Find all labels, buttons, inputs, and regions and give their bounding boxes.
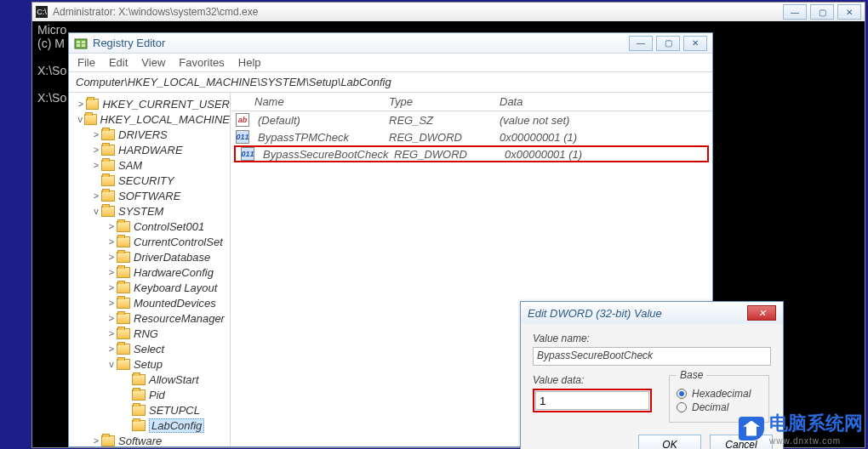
folder-icon — [117, 267, 130, 278]
tree-label: SOFTWARE — [118, 190, 180, 202]
value-type: REG_SZ — [384, 114, 494, 127]
tree-node[interactable]: Pid — [69, 387, 230, 402]
tree-node[interactable]: >HARDWARE — [69, 142, 230, 157]
radio-icon — [677, 389, 687, 399]
tree-node[interactable]: >Software — [69, 433, 230, 446]
regedit-minimize-button[interactable]: — — [629, 36, 653, 51]
expand-icon[interactable]: > — [106, 328, 117, 338]
col-data[interactable]: Data — [494, 95, 712, 108]
tree-node[interactable]: SECURITY — [69, 173, 230, 188]
expand-icon[interactable]: > — [91, 145, 101, 155]
cmd-titlebar[interactable]: C:\ Administrator: X:\windows\system32\c… — [32, 3, 865, 21]
dialog-close-button[interactable]: ✕ — [747, 305, 776, 321]
registry-tree[interactable]: >HKEY_CURRENT_USERvHKEY_LOCAL_MACHINE>DR… — [69, 93, 231, 446]
tree-node[interactable]: >ResourceManager — [69, 310, 230, 326]
tree-node[interactable]: >CurrentControlSet — [69, 234, 230, 249]
tree-node[interactable]: >MountedDevices — [69, 295, 230, 310]
menu-view[interactable]: View — [141, 56, 165, 69]
regedit-close-button[interactable]: ✕ — [683, 36, 707, 51]
expand-icon[interactable]: > — [106, 236, 117, 247]
value-type: REG_DWORD — [389, 148, 500, 161]
expand-icon[interactable]: > — [91, 435, 101, 446]
value-row[interactable]: 011BypassSecureBootCheckREG_DWORD0x00000… — [234, 145, 709, 162]
value-name: (Default) — [253, 114, 384, 127]
tree-label: DriverDatabase — [134, 251, 210, 264]
expand-icon[interactable]: > — [106, 344, 117, 354]
tree-label: Setup — [134, 358, 163, 371]
folder-icon — [117, 344, 130, 355]
value-row[interactable]: ab(Default)REG_SZ(value not set) — [231, 111, 712, 128]
cmd-minimize-button[interactable]: — — [783, 4, 807, 20]
menu-favorites[interactable]: Favorites — [179, 56, 224, 69]
col-name[interactable]: Name — [231, 95, 384, 108]
tree-node[interactable]: >SOFTWARE — [69, 188, 230, 203]
expand-icon[interactable]: > — [106, 221, 117, 231]
expand-icon[interactable] — [122, 405, 132, 415]
expand-icon[interactable]: > — [91, 190, 101, 201]
menu-file[interactable]: File — [77, 56, 95, 69]
expand-icon[interactable]: > — [76, 99, 86, 109]
regedit-maximize-button[interactable]: ▢ — [656, 36, 680, 51]
cmd-title-text: Administrator: X:\windows\system32\cmd.e… — [53, 6, 258, 18]
tree-node[interactable]: AllowStart — [69, 372, 230, 387]
radio-hexadecimal[interactable]: Hexadecimal — [677, 388, 762, 400]
expand-icon[interactable] — [122, 389, 132, 400]
regedit-menubar: File Edit View Favorites Help — [69, 54, 712, 72]
expand-icon[interactable]: > — [91, 129, 101, 139]
expand-icon[interactable] — [91, 175, 101, 185]
regedit-address-bar[interactable]: Computer\HKEY_LOCAL_MACHINE\SYSTEM\Setup… — [69, 72, 712, 93]
cmd-maximize-button[interactable]: ▢ — [810, 4, 834, 20]
tree-node[interactable]: >DRIVERS — [69, 127, 230, 142]
regedit-title-text: Registry Editor — [93, 37, 165, 49]
expand-icon[interactable] — [122, 374, 132, 384]
tree-node[interactable]: >Keyboard Layout — [69, 280, 230, 295]
expand-icon[interactable]: > — [106, 282, 117, 293]
value-name-field: BypassSecureBootCheck — [533, 347, 771, 366]
value-data-label: Value data: — [533, 374, 652, 386]
tree-node[interactable]: >HardwareConfig — [69, 264, 230, 280]
menu-help[interactable]: Help — [238, 56, 261, 69]
tree-node[interactable]: >SAM — [69, 157, 230, 173]
expand-icon[interactable] — [122, 420, 132, 430]
expand-icon[interactable]: > — [91, 160, 101, 170]
expand-icon[interactable]: v — [106, 359, 117, 369]
value-data: 0x00000001 (1) — [494, 131, 712, 144]
regedit-icon — [74, 37, 88, 50]
folder-icon — [132, 405, 146, 416]
folder-icon — [132, 374, 146, 385]
dialog-titlebar[interactable]: Edit DWORD (32-bit) Value ✕ — [521, 302, 783, 324]
value-row[interactable]: 011BypassTPMCheckREG_DWORD0x00000001 (1) — [231, 128, 712, 145]
binary-value-icon: 011 — [241, 147, 254, 161]
tree-node[interactable]: vHKEY_LOCAL_MACHINE — [69, 111, 230, 127]
tree-label: Select — [134, 343, 164, 355]
folder-icon — [101, 160, 115, 171]
tree-node[interactable]: >DriverDatabase — [69, 249, 230, 264]
cmd-close-button[interactable]: ✕ — [837, 4, 861, 20]
tree-label: HardwareConfig — [134, 266, 214, 279]
tree-node[interactable]: >RNG — [69, 326, 230, 341]
menu-edit[interactable]: Edit — [109, 56, 128, 69]
expand-icon[interactable]: > — [106, 252, 117, 262]
base-label: Base — [677, 369, 706, 381]
regedit-titlebar[interactable]: Registry Editor — ▢ ✕ — [69, 33, 712, 54]
expand-icon[interactable]: > — [106, 298, 117, 308]
value-data: 0x00000001 (1) — [500, 148, 707, 161]
tree-node[interactable]: >ControlSet001 — [69, 219, 230, 234]
tree-node[interactable]: LabConfig — [69, 418, 230, 433]
tree-node[interactable]: vSYSTEM — [69, 203, 230, 219]
tree-label: LabConfig — [149, 418, 204, 433]
expand-icon[interactable]: v — [91, 206, 101, 216]
value-data-input[interactable] — [535, 391, 649, 410]
folder-icon — [101, 145, 115, 156]
expand-icon[interactable]: > — [106, 267, 117, 277]
folder-icon — [117, 252, 130, 263]
expand-icon[interactable]: v — [76, 114, 84, 124]
tree-node[interactable]: SETUPCL — [69, 402, 230, 418]
tree-node[interactable]: >Select — [69, 341, 230, 356]
tree-node[interactable]: >HKEY_CURRENT_USER — [69, 96, 230, 111]
expand-icon[interactable]: > — [106, 313, 117, 323]
binary-value-icon: 011 — [236, 130, 249, 144]
ok-button[interactable]: OK — [638, 435, 701, 449]
col-type[interactable]: Type — [384, 95, 494, 108]
tree-node[interactable]: vSetup — [69, 356, 230, 372]
